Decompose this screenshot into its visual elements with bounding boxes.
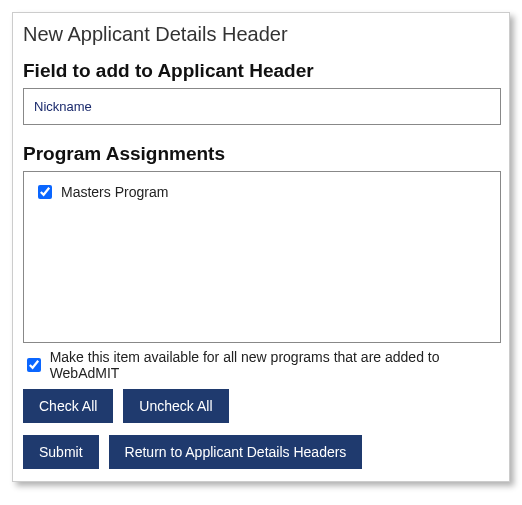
uncheck-all-button[interactable]: Uncheck All <box>123 389 228 423</box>
availability-label: Make this item available for all new pro… <box>50 349 501 381</box>
availability-row: Make this item available for all new pro… <box>23 349 501 381</box>
check-all-button[interactable]: Check All <box>23 389 113 423</box>
check-button-row: Check All Uncheck All <box>23 389 501 423</box>
submit-button[interactable]: Submit <box>23 435 99 469</box>
availability-checkbox[interactable] <box>27 358 41 372</box>
field-heading: Field to add to Applicant Header <box>23 60 501 82</box>
submit-button-row: Submit Return to Applicant Details Heade… <box>23 435 501 469</box>
field-select[interactable]: Nickname <box>23 88 501 125</box>
panel: New Applicant Details Header Field to ad… <box>12 12 510 482</box>
page-title: New Applicant Details Header <box>23 23 501 46</box>
program-label: Masters Program <box>61 184 168 200</box>
program-checkbox-masters[interactable] <box>38 185 52 199</box>
programs-heading: Program Assignments <box>23 143 501 165</box>
program-row: Masters Program <box>34 182 490 202</box>
field-select-value: Nickname <box>34 99 92 114</box>
programs-box: Masters Program <box>23 171 501 343</box>
return-button[interactable]: Return to Applicant Details Headers <box>109 435 363 469</box>
